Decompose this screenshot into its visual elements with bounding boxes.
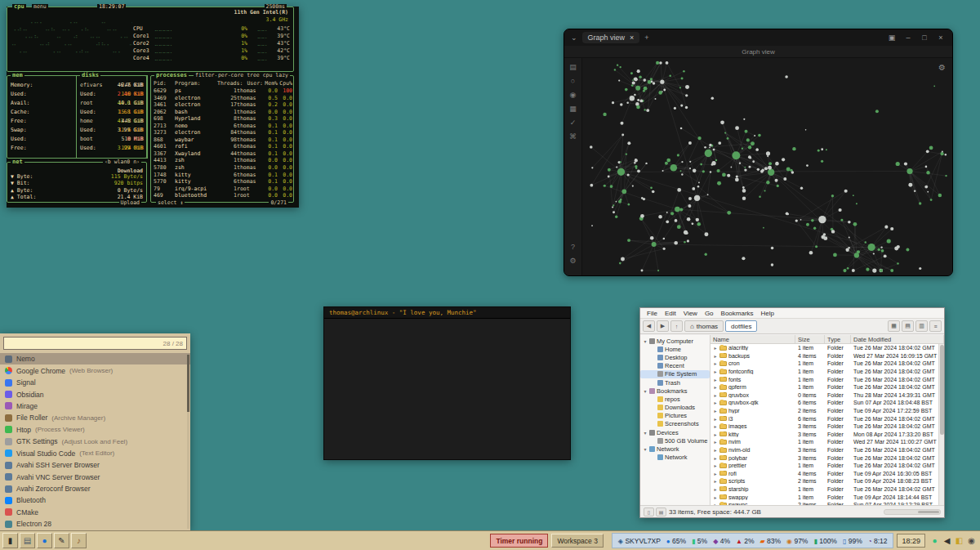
graph-node[interactable] <box>938 194 942 198</box>
graph-node[interactable] <box>692 222 694 225</box>
thumbnail-view-button[interactable]: ▤ <box>902 320 914 332</box>
graph-node[interactable] <box>692 187 695 190</box>
graph-node[interactable] <box>727 137 729 140</box>
graph-node[interactable] <box>878 248 880 251</box>
graph-node[interactable] <box>811 219 814 222</box>
graph-node[interactable] <box>608 176 610 178</box>
graph-node[interactable] <box>621 189 626 194</box>
process-row[interactable]: 4413 zsh1 thomas0.00.0 <box>154 157 291 164</box>
net-interface-widget[interactable]: ‹b wlan0 n› <box>103 159 141 165</box>
tray-module[interactable]: ▰ 83% <box>760 537 782 545</box>
workspace-switcher[interactable]: Workspace 3 <box>551 534 603 548</box>
tray-module[interactable]: ◈ SKYVL7XP <box>618 537 661 545</box>
command-palette-icon[interactable]: ⌘ <box>569 132 577 146</box>
table-row[interactable]: ▸hypr2 itemsFolderTue 09 Apr 2024 17:22:… <box>710 407 938 415</box>
graph-node[interactable] <box>635 86 640 91</box>
launcher-item[interactable]: Signal <box>0 377 190 388</box>
graph-node[interactable] <box>945 175 947 177</box>
graph-node[interactable] <box>637 69 640 73</box>
graph-node[interactable] <box>766 151 770 155</box>
column-header-size[interactable]: Size <box>795 335 825 343</box>
graph-node[interactable] <box>800 187 803 190</box>
graph-node[interactable] <box>752 160 755 163</box>
launcher-item[interactable]: Visual Studio Code(Text Editor) <box>0 448 190 459</box>
quick-switcher-icon[interactable]: ▤ <box>569 63 577 77</box>
graph-node[interactable] <box>768 166 772 170</box>
graph-node[interactable] <box>826 149 827 150</box>
graph-node[interactable] <box>813 227 816 230</box>
graph-node[interactable] <box>619 66 621 68</box>
graph-node[interactable] <box>736 175 738 177</box>
obsidian-titlebar[interactable]: ⌄ Graph view × + ▣–□× <box>564 29 952 46</box>
sidebar-item-repos[interactable]: repos <box>640 395 710 403</box>
graph-node[interactable] <box>632 79 634 81</box>
graph-node[interactable] <box>890 269 893 272</box>
graph-node[interactable] <box>735 126 739 130</box>
graph-node[interactable] <box>679 87 681 88</box>
graph-node[interactable] <box>634 77 638 81</box>
table-row[interactable]: ▸alacritty1 itemFolderTue 26 Mar 2024 18… <box>710 344 938 352</box>
graph-node[interactable] <box>665 162 668 165</box>
graph-node[interactable] <box>727 174 730 177</box>
graph-node[interactable] <box>925 166 928 168</box>
graph-node[interactable] <box>617 168 625 176</box>
graph-node[interactable] <box>758 134 761 137</box>
graph-node[interactable] <box>833 253 837 257</box>
graph-node[interactable] <box>685 94 688 96</box>
graph-node[interactable] <box>640 214 644 218</box>
minimize-button[interactable]: – <box>903 34 913 42</box>
process-row[interactable]: 3469 electron25 thomas0.50.0 <box>154 95 291 102</box>
table-row[interactable]: ▸rofi4 itemsFolderTue 09 Apr 2024 16:30:… <box>710 470 938 478</box>
graph-node[interactable] <box>806 164 808 167</box>
volume-icon[interactable]: ◀ <box>941 536 953 545</box>
graph-node[interactable] <box>744 168 746 171</box>
graph-node[interactable] <box>620 103 623 106</box>
graph-node[interactable] <box>651 81 653 83</box>
graph-node[interactable] <box>854 253 859 257</box>
graph-node[interactable] <box>716 169 719 172</box>
table-row[interactable]: ▸prettier1 itemFolderTue 26 Mar 2024 18:… <box>710 462 938 470</box>
sidebar-item-network[interactable]: Network <box>640 454 710 462</box>
sidebar-item-recent[interactable]: Recent <box>640 362 710 370</box>
launcher-item[interactable]: Avahi Zeroconf Browser <box>0 483 190 494</box>
table-row[interactable]: ▸fontconfig1 itemFolderTue 26 Mar 2024 1… <box>710 368 938 376</box>
graph-node[interactable] <box>655 98 657 100</box>
graph-node[interactable] <box>805 129 807 131</box>
graph-node[interactable] <box>709 146 710 148</box>
graph-node[interactable] <box>626 153 627 154</box>
graph-node[interactable] <box>614 69 616 70</box>
graph-node[interactable] <box>683 70 685 73</box>
graph-node[interactable] <box>652 190 655 194</box>
menu-go[interactable]: Go <box>702 310 717 317</box>
launcher-item[interactable]: Electron 28 <box>0 518 190 530</box>
process-filter-button[interactable]: filter <box>194 73 216 78</box>
editor-launcher[interactable]: ✎ <box>54 533 69 548</box>
graph-node[interactable] <box>727 211 731 215</box>
back-button[interactable]: ◀ <box>643 320 655 332</box>
browser-launcher[interactable]: ● <box>37 533 52 548</box>
graph-node[interactable] <box>697 136 701 140</box>
process-row[interactable]: 3273 electron84 thomas0.10.0 <box>154 129 291 136</box>
graph-node[interactable] <box>627 173 630 176</box>
tray-module[interactable]: ◉ 97% <box>786 537 808 545</box>
graph-node[interactable] <box>697 222 701 226</box>
graph-node[interactable] <box>637 99 639 101</box>
graph-node[interactable] <box>689 168 691 169</box>
graph-node[interactable] <box>685 85 689 89</box>
graph-node[interactable] <box>634 162 635 163</box>
graph-node[interactable] <box>604 185 606 187</box>
graph-node[interactable] <box>656 61 659 65</box>
graph-node[interactable] <box>746 138 750 141</box>
graph-node[interactable] <box>783 177 786 181</box>
process-row[interactable]: 469 bluetoothd1 root0.00.0 <box>154 192 291 199</box>
path-segment-dotfiles[interactable]: dotfiles <box>725 320 757 332</box>
compact-view-button[interactable]: ▥ <box>915 320 928 332</box>
graph-node[interactable] <box>792 147 795 150</box>
graph-node[interactable] <box>818 216 826 223</box>
graph-node[interactable] <box>627 239 630 242</box>
graph-node[interactable] <box>718 141 721 145</box>
process-footer-hint[interactable]: select ↕ <box>156 200 185 206</box>
graph-node[interactable] <box>636 105 640 110</box>
path-segment-thomas[interactable]: ⌂thomas <box>684 320 724 332</box>
graph-node[interactable] <box>927 191 929 193</box>
